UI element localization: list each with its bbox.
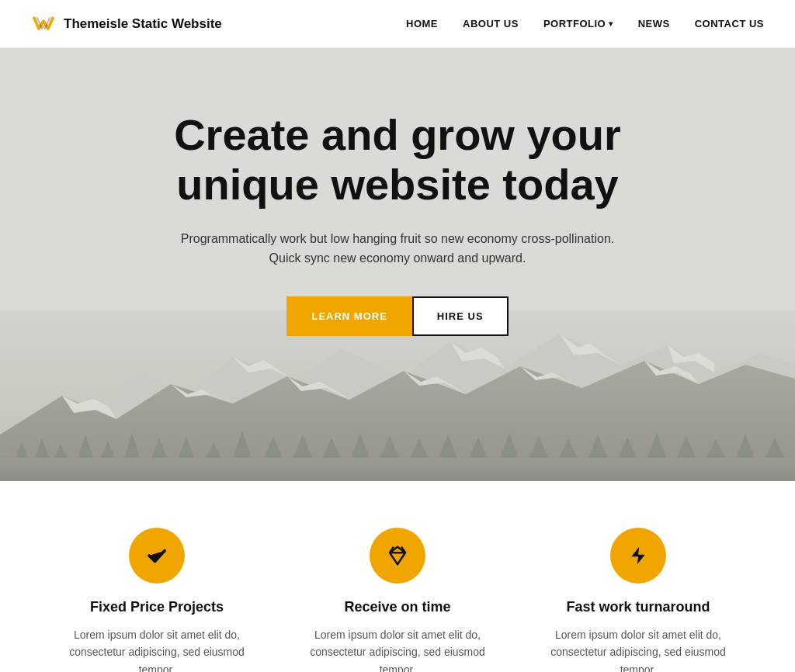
feature-3-title: Fast work turnaround (566, 599, 710, 615)
receive-on-time-icon-circle (370, 528, 425, 584)
site-title: Themeisle Static Website (64, 16, 222, 32)
fast-turnaround-icon-circle (610, 528, 666, 584)
hero-subtitle: Programmatically work but low hanging fr… (165, 229, 630, 268)
chevron-down-icon: ▾ (609, 19, 613, 28)
hero-buttons: LEARN MORE HIRE US (126, 296, 669, 336)
nav-home[interactable]: HOME (406, 18, 438, 29)
feature-1-desc: Lorem ipsum dolor sit amet elit do, cons… (60, 626, 254, 672)
logo-icon (31, 12, 56, 36)
feature-fast-turnaround: Fast work turnaround Lorem ipsum dolor s… (518, 528, 759, 672)
hero-section: Create and grow your unique website toda… (0, 48, 795, 481)
hero-content: Create and grow your unique website toda… (126, 110, 669, 336)
feature-fixed-price: Fixed Price Projects Lorem ipsum dolor s… (36, 528, 277, 672)
feature-2-desc: Lorem ipsum dolor sit amet elit do, cons… (300, 626, 495, 672)
svg-marker-46 (631, 547, 645, 565)
hero-title: Create and grow your unique website toda… (126, 110, 669, 210)
diamond-icon (386, 544, 409, 567)
checkmark-icon (145, 544, 168, 567)
fixed-price-icon-circle (129, 528, 185, 584)
main-nav: HOME ABOUT US PORTFOLIO ▾ NEWS CONTACT U… (406, 18, 764, 29)
nav-news[interactable]: NEWS (638, 18, 670, 29)
logo: Themeisle Static Website (31, 12, 222, 36)
nav-about-us[interactable]: ABOUT US (463, 18, 519, 29)
nav-contact-us[interactable]: CONTACT US (695, 18, 764, 29)
learn-more-button[interactable]: LEARN MORE (286, 296, 411, 336)
feature-1-title: Fixed Price Projects (90, 599, 224, 615)
features-section: Fixed Price Projects Lorem ipsum dolor s… (0, 481, 795, 672)
nav-portfolio[interactable]: PORTFOLIO ▾ (543, 18, 613, 29)
hire-us-button[interactable]: HIRE US (412, 296, 509, 336)
feature-receive-on-time: Receive on time Lorem ipsum dolor sit am… (277, 528, 518, 672)
feature-3-desc: Lorem ipsum dolor sit amet elit do, cons… (541, 626, 735, 672)
lightning-icon (627, 544, 650, 567)
nav-portfolio-label: PORTFOLIO (543, 18, 606, 29)
feature-2-title: Receive on time (344, 599, 450, 615)
header: Themeisle Static Website HOME ABOUT US P… (0, 0, 795, 48)
